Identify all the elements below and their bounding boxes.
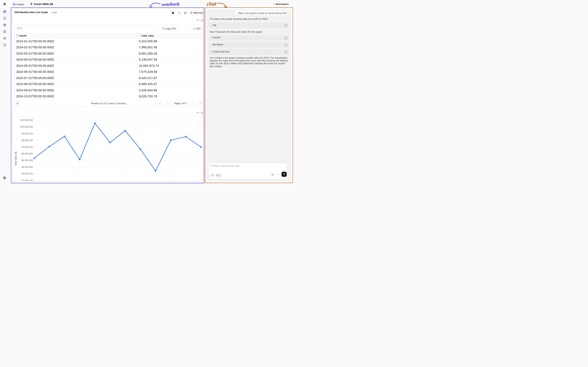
svg-text:$4,000,000: $4,000,000 [22, 166, 33, 168]
svg-text:$7,000,000: $7,000,000 [22, 145, 33, 148]
svg-text:$2,000,000: $2,000,000 [22, 179, 33, 181]
svg-text:notebook: notebook [162, 1, 180, 7]
svg-text:$11,000,000: $11,000,000 [20, 119, 33, 121]
svg-text:$3,000,000: $3,000,000 [22, 172, 33, 175]
svg-text:$8,000,000: $8,000,000 [22, 139, 33, 141]
svg-text:chat: chat [207, 1, 217, 7]
svg-text:$10,000,000: $10,000,000 [20, 125, 33, 128]
svg-text:$5,000,000: $5,000,000 [22, 159, 33, 162]
svg-text:$9,000,000: $9,000,000 [22, 132, 33, 135]
svg-text:$6,000,000: $6,000,000 [22, 152, 33, 155]
svg-text:Total Sales ($): Total Sales ($) [14, 151, 17, 166]
